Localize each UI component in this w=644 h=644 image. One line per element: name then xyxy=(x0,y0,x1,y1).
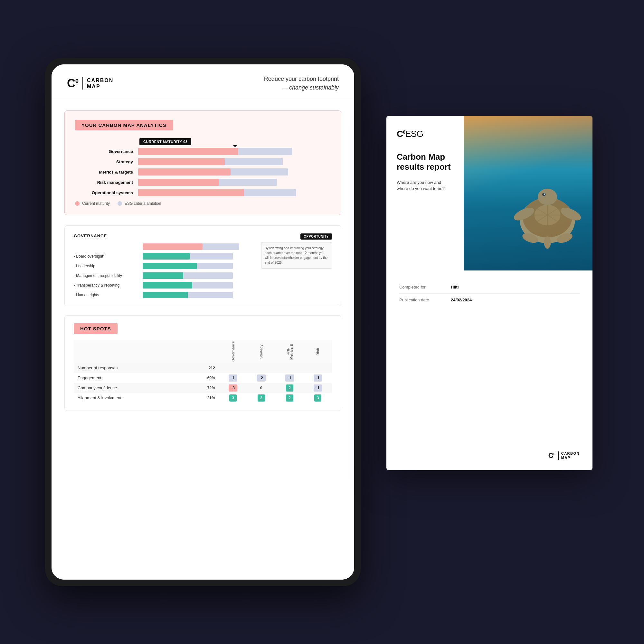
val-cell: 0 xyxy=(260,386,262,390)
confidence-pct: 72% xyxy=(185,383,219,393)
footer-sup: 6 xyxy=(554,452,555,456)
alignment-metrics: 2 xyxy=(275,393,304,403)
completed-label: Completed for xyxy=(399,285,451,289)
svg-point-9 xyxy=(544,194,545,195)
td-empty xyxy=(304,363,332,373)
td-empty xyxy=(247,363,275,373)
engagement-pct: 69% xyxy=(185,373,219,383)
th-strategy: Strategy xyxy=(247,340,275,363)
logo-map: MAP xyxy=(87,83,113,90)
val-cell: 2 xyxy=(258,394,265,402)
bar-container xyxy=(138,168,331,175)
footer-carbon: CARBON xyxy=(561,451,580,456)
bar-label-risk: Risk management xyxy=(75,180,133,185)
bar-fill xyxy=(138,189,244,196)
val-cell: 3 xyxy=(229,394,237,402)
table-row: Alignment & involvment 21% 3 2 2 xyxy=(74,393,332,403)
legend-esg: ESG criteria ambition xyxy=(118,201,161,206)
table-row: Risk management xyxy=(75,179,331,186)
bar-label-ops: Operational systems xyxy=(75,190,133,195)
table-row: - Leadership xyxy=(74,263,332,269)
maturity-marker: CURRENT MATURITY 03 xyxy=(139,138,331,145)
table-row: - Board oversight' xyxy=(74,253,332,260)
bar-label-governance: Governance xyxy=(75,149,133,154)
bar-container xyxy=(138,189,331,196)
gov-bar-label: - Management responsibility xyxy=(74,273,138,278)
gov-bar-container xyxy=(143,292,233,298)
bar-fill xyxy=(138,168,231,175)
bar-container xyxy=(138,158,331,165)
analytics-card: YOUR CARBON MAP ANALYTICS CURRENT MATURI… xyxy=(64,110,341,215)
tablet-header: C6 CARBON MAP Reduce your carbon footpri… xyxy=(52,64,354,100)
engagement-risk: -1 xyxy=(304,373,332,383)
tablet-logo-text: CARBON MAP xyxy=(82,77,113,90)
svg-point-7 xyxy=(538,189,557,205)
alignment-gov: 3 xyxy=(219,393,247,403)
report-info-completed: Completed for Hilti xyxy=(399,281,580,294)
bar-fill xyxy=(138,148,238,155)
val-cell: 3 xyxy=(314,394,322,402)
report-title: Carbon Map results report xyxy=(397,152,453,172)
tablet-tagline: Reduce your carbon footprint — change su… xyxy=(264,75,339,92)
report-ocean-bg xyxy=(464,116,592,270)
engagement-strat: -2 xyxy=(247,373,275,383)
gov-bar-label: - Transperancy & reporting xyxy=(74,283,138,288)
td-empty xyxy=(275,363,304,373)
table-row: - Management responsibility xyxy=(74,272,332,279)
hotspots-card: HOT SPOTS Governance Strategy Metrics & … xyxy=(64,315,341,411)
bar-fill xyxy=(138,179,219,186)
legend-label-current: Current maturity xyxy=(82,201,110,206)
table-row: Metrics & targets xyxy=(75,168,331,175)
val-cell: -1 xyxy=(229,374,237,382)
svg-point-14 xyxy=(544,236,551,249)
logo-area: C6 CARBON MAP xyxy=(67,77,113,90)
alignment-label: Alignment & involvment xyxy=(74,393,185,403)
confidence-metrics: 2 xyxy=(275,383,304,393)
report-left-panel: C6ESG Carbon Map results report Where ar… xyxy=(386,116,464,270)
gov-bar-fill xyxy=(143,282,192,289)
tablet: C6 CARBON MAP Reduce your carbon footpri… xyxy=(45,58,361,586)
governance-card: GOVERNANCE OPPORTUNITY By reviewing and … xyxy=(64,225,341,306)
publication-label: Publication date xyxy=(399,298,451,302)
confidence-gov: -3 xyxy=(219,383,247,393)
report-info-section: Completed for Hilti Publication date 24/… xyxy=(399,281,580,306)
completed-value: Hilti xyxy=(451,285,459,289)
tagline-line2: — change sustainably xyxy=(282,84,339,91)
confidence-label: Company confidence xyxy=(74,383,185,393)
report-right-panel xyxy=(464,116,592,270)
engagement-gov: -1 xyxy=(219,373,247,383)
table-row: Company confidence 72% -3 0 2 xyxy=(74,383,332,393)
analytics-bar-chart: Governance Strategy xyxy=(75,148,331,196)
val-cell: -3 xyxy=(229,384,237,392)
footer-logo-text: CARBON MAP xyxy=(558,451,580,460)
footer-logo-c6: C6 xyxy=(548,451,555,460)
legend-dot-pink xyxy=(75,201,80,206)
report-top: C6ESG Carbon Map results report Where ar… xyxy=(386,116,592,270)
gov-bar-label-human-rights: - Human rights xyxy=(74,293,138,297)
tagline-line1: Reduce your carbon footprint xyxy=(264,76,339,82)
table-row: - Human rights xyxy=(74,292,332,298)
confidence-risk: -1 xyxy=(304,383,332,393)
responses-label: Number of responses xyxy=(74,363,185,373)
footer-map: MAP xyxy=(561,456,580,460)
scene: C6 CARBON MAP Reduce your carbon footpri… xyxy=(32,32,612,612)
th-governance: Governance xyxy=(219,340,247,363)
table-row: Strategy xyxy=(75,158,331,165)
publication-value: 24/02/2024 xyxy=(451,298,472,302)
bar-label-metrics: Metrics & targets xyxy=(75,170,133,175)
tablet-content: YOUR CARBON MAP ANALYTICS CURRENT MATURI… xyxy=(52,100,354,580)
analytics-title: YOUR CARBON MAP ANALYTICS xyxy=(75,120,173,130)
table-row: Governance xyxy=(75,148,331,155)
alignment-risk: 3 xyxy=(304,393,332,403)
gov-bar-fill xyxy=(143,263,197,269)
val-cell: 2 xyxy=(286,394,293,402)
report-info-publication: Publication date 24/02/2024 xyxy=(399,294,580,306)
gov-bar-container xyxy=(143,282,233,289)
gov-bar-container xyxy=(143,243,239,250)
logo-sup: 6 xyxy=(75,78,79,84)
report-subtitle: Where are you now and where do you want … xyxy=(397,180,453,191)
table-row: Operational systems xyxy=(75,189,331,196)
gov-title: GOVERNANCE xyxy=(74,233,107,238)
gov-bar-fill xyxy=(143,243,203,250)
val-cell: -1 xyxy=(314,374,322,382)
